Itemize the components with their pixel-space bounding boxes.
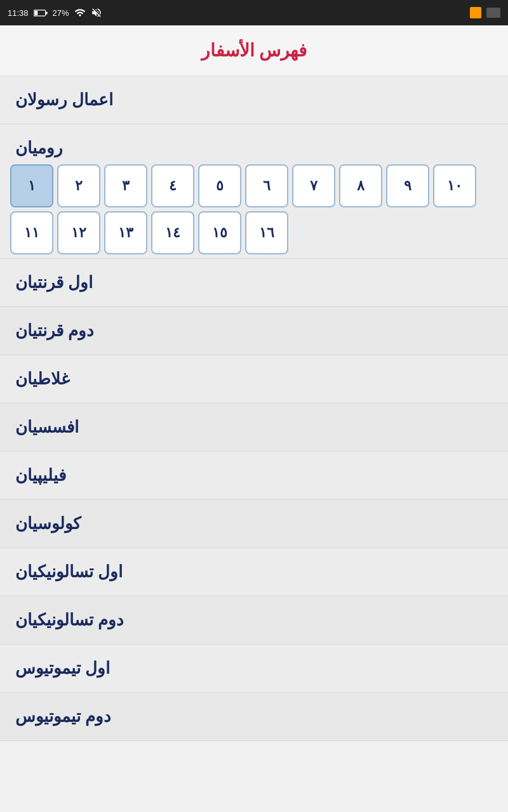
chapter-btn-11[interactable]: ١١ — [10, 211, 53, 254]
list-item-2thessalonians[interactable]: دوم تسالونيكيان — [0, 596, 508, 645]
app-header: فهرس الأسفار — [0, 25, 508, 76]
list-item-2timothy[interactable]: دوم تيموتيوس — [0, 693, 508, 741]
list-item-1corinthians[interactable]: اول قرنتيان — [0, 259, 508, 307]
svg-rect-1 — [46, 11, 48, 14]
broom-icon — [470, 7, 481, 18]
chapter-btn-2[interactable]: ٢ — [57, 164, 100, 207]
chapter-btn-12[interactable]: ١٢ — [57, 211, 100, 254]
wifi-icon — [74, 7, 86, 18]
chapter-btn-6[interactable]: ٦ — [245, 164, 288, 207]
chapter-btn-10[interactable]: ١٠ — [433, 164, 476, 207]
chapter-btn-3[interactable]: ٣ — [104, 164, 147, 207]
chapter-btn-7[interactable]: ٧ — [292, 164, 335, 207]
screenshot-icon — [486, 8, 500, 18]
chapter-btn-8[interactable]: ٨ — [339, 164, 382, 207]
battery-icon — [34, 9, 48, 17]
romans-section: روميان ١٠ ٩ ٨ ٧ ٦ ٥ ٤ ٣ ٢ ١ ١٦ ١٥ ١٤ ١٣ … — [0, 124, 508, 259]
chapter-btn-9[interactable]: ٩ — [386, 164, 429, 207]
mute-icon — [91, 7, 102, 18]
clock: 11:38 — [8, 8, 29, 18]
status-bar-left — [470, 7, 500, 18]
page-title: فهرس الأسفار — [201, 40, 307, 61]
battery-text: 27% — [53, 8, 69, 18]
list-item-1thessalonians[interactable]: اول تسالونيكيان — [0, 548, 508, 596]
list-item-colossians[interactable]: كولوسيان — [0, 500, 508, 548]
list-item-2corinthians[interactable]: دوم قرنتيان — [0, 307, 508, 355]
chapter-row-2: ١٦ ١٥ ١٤ ١٣ ١٢ ١١ — [0, 211, 508, 258]
chapter-row-1: ١٠ ٩ ٨ ٧ ٦ ٥ ٤ ٣ ٢ ١ — [0, 164, 508, 211]
list-item-philippians[interactable]: فيليپيان — [0, 452, 508, 500]
status-bar: 27% 11:38 — [0, 0, 508, 25]
status-bar-right: 27% 11:38 — [8, 7, 102, 18]
list-item-acts[interactable]: اعمال رسولان — [0, 76, 508, 124]
chapter-btn-14[interactable]: ١٤ — [151, 211, 194, 254]
chapter-btn-4[interactable]: ٤ — [151, 164, 194, 207]
chapter-btn-5[interactable]: ٥ — [198, 164, 241, 207]
list-item-galatians[interactable]: غلاطيان — [0, 355, 508, 403]
chapter-btn-13[interactable]: ١٣ — [104, 211, 147, 254]
list-item-1timothy[interactable]: اول تيموتيوس — [0, 645, 508, 693]
chapter-btn-1[interactable]: ١ — [10, 164, 53, 207]
book-list: اعمال رسولان روميان ١٠ ٩ ٨ ٧ ٦ ٥ ٤ ٣ ٢ ١… — [0, 76, 508, 741]
list-item-ephesians[interactable]: افسسيان — [0, 403, 508, 452]
romans-header[interactable]: روميان — [0, 124, 508, 164]
svg-rect-2 — [34, 11, 37, 15]
chapter-btn-15[interactable]: ١٥ — [198, 211, 241, 254]
chapter-btn-16[interactable]: ١٦ — [245, 211, 288, 254]
